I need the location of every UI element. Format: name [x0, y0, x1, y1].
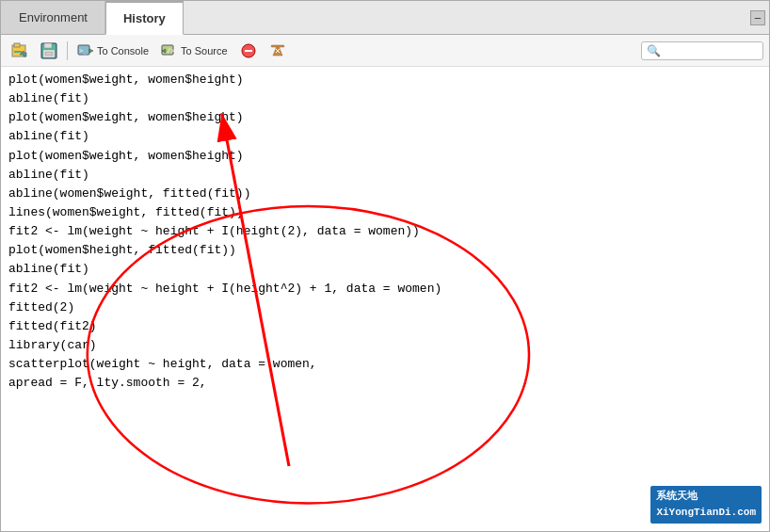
svg-rect-5 — [44, 43, 52, 48]
code-line[interactable]: apread = F, lty.smooth = 2, — [8, 374, 762, 393]
tab-bar: Environment History ─ — [1, 1, 769, 35]
tab-environment[interactable]: Environment — [1, 1, 105, 34]
code-line[interactable]: plot(women$weight, women$height) — [8, 147, 762, 166]
code-line[interactable]: fitted(2) — [8, 298, 762, 317]
main-window: Environment History ─ — [0, 0, 770, 532]
code-line[interactable]: plot(women$height, fitted(fit)) — [8, 241, 762, 260]
separator-1 — [67, 41, 68, 60]
code-line[interactable]: fitted(fit2) — [8, 317, 762, 336]
to-source-icon: </> — [161, 42, 178, 59]
to-source-button[interactable]: </> To Source — [156, 40, 233, 61]
clear-icon — [269, 42, 286, 59]
code-line[interactable]: fit2 <- lm(weight ~ height + I(height^2)… — [8, 280, 762, 298]
save-icon — [40, 42, 57, 59]
load-button[interactable] — [7, 40, 33, 61]
code-line[interactable]: abline(fit) — [8, 166, 762, 185]
svg-marker-10 — [89, 49, 93, 53]
code-line[interactable]: scatterplot(weight ~ height, data = wome… — [8, 355, 762, 374]
watermark: 系统天地 XiYongTianDi.com — [650, 486, 762, 524]
code-line[interactable]: plot(women$weight, women$height) — [8, 71, 762, 89]
code-line[interactable]: fit2 <- lm(weight ~ height + I(height(2)… — [8, 222, 762, 241]
to-source-label: To Source — [181, 45, 228, 56]
save-button[interactable] — [36, 40, 62, 61]
remove-button[interactable] — [235, 40, 262, 61]
code-line[interactable]: plot(women$weight, women$height) — [8, 108, 762, 127]
search-input[interactable] — [664, 45, 758, 56]
watermark-line1: 系统天地 — [656, 489, 756, 505]
minimize-button[interactable]: ─ — [750, 10, 765, 25]
to-console-label: To Console — [97, 45, 149, 56]
clear-button[interactable] — [265, 40, 291, 61]
search-box[interactable]: 🔍 — [641, 41, 763, 60]
svg-rect-7 — [45, 52, 53, 56]
watermark-line2: XiYongTianDi.com — [656, 505, 756, 521]
code-line[interactable]: abline(fit) — [8, 260, 762, 279]
svg-rect-16 — [271, 45, 284, 47]
svg-text:>_: >_ — [79, 47, 88, 55]
search-icon: 🔍 — [647, 44, 661, 57]
code-line[interactable]: abline(fit) — [8, 89, 762, 108]
to-console-icon: >_ — [77, 42, 94, 59]
code-line[interactable]: lines(women$weight, fitted(fit)) — [8, 203, 762, 222]
svg-rect-1 — [14, 43, 20, 47]
code-line[interactable]: abline(fit) — [8, 127, 762, 146]
remove-icon — [240, 42, 257, 59]
code-lines: plot(women$weight, women$height)abline(f… — [8, 71, 762, 393]
svg-rect-2 — [14, 51, 22, 53]
load-icon — [11, 42, 28, 59]
tab-environment-label: Environment — [19, 10, 88, 24]
to-console-button[interactable]: >_ To Console — [72, 40, 153, 61]
window-controls: ─ — [748, 1, 769, 34]
code-line[interactable]: abline(women$weight, fitted(fit)) — [8, 185, 762, 203]
code-line[interactable]: library(car) — [8, 336, 762, 355]
tab-history-label: History — [123, 11, 166, 25]
code-area[interactable]: plot(women$weight, women$height)abline(f… — [1, 67, 769, 531]
toolbar: >_ To Console </> To Source — [1, 35, 769, 67]
tab-history[interactable]: History — [105, 1, 184, 35]
